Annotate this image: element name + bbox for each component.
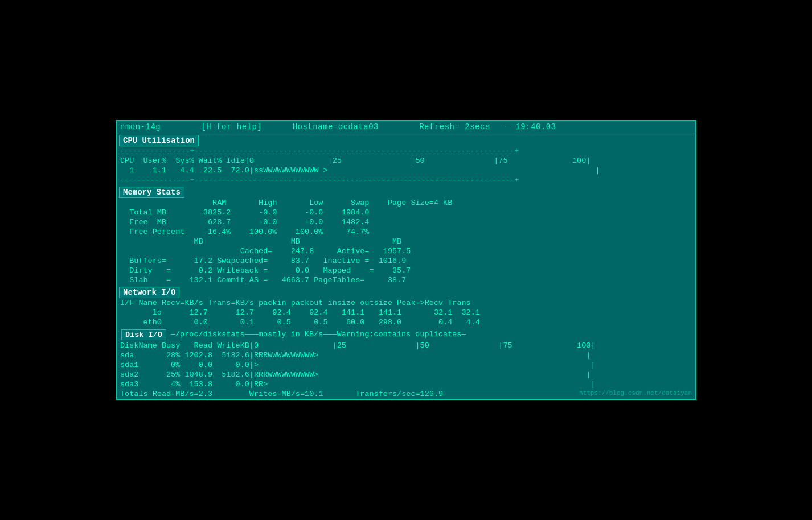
disk-row: sda3 4% 153.8 0.0|RR> | <box>117 379 695 389</box>
cpu-divider-top: ----------------+-----------------------… <box>117 146 695 156</box>
memory-row: Buffers= 17.2 Swapcached= 83.7 Inactive … <box>117 256 695 266</box>
memory-row: Total MB 3825.2 -0.0 -0.0 1984.0 <box>117 208 695 217</box>
memory-header: Memory Stats <box>119 187 184 198</box>
disk-row: sda1 0% 0.0 0.0|> | <box>117 360 695 370</box>
memory-row: Free Percent 16.4% 100.0% 100.0% 74.7% <box>117 227 695 237</box>
cpu-col-header: CPU User% Sys% Wait% Idle|0 |25 |50 |75 … <box>117 156 695 166</box>
network-header: Network I/O <box>119 287 179 298</box>
memory-section: Memory Stats RAM High Low Swap Page Size… <box>117 185 695 285</box>
network-section: Network I/O I/F Name Recv=KB/s Trans=KB/… <box>117 285 695 327</box>
terminal-window: nmon-14g [H for help] Hostname=ocdata03 … <box>116 120 696 400</box>
disk-header: Disk I/O <box>121 329 166 340</box>
memory-row: Slab = 132.1 Commit_AS = 4663.7 PageTabl… <box>117 275 695 285</box>
network-rows: I/F Name Recv=KB/s Trans=KB/s packin pac… <box>117 298 695 327</box>
memory-row: Cached= 247.8 Active= 1957.5 <box>117 246 695 256</box>
disk-row: sda2 25% 1048.9 5182.6|RRRWWWWWWWWWW> | <box>117 370 695 379</box>
cpu-header: CPU Utilisation <box>119 135 199 146</box>
network-row: eth0 0.0 0.1 0.5 0.5 60.0 298.0 0.4 4.4 <box>117 317 695 327</box>
network-row: lo 12.7 12.7 92.4 92.4 141.1 141.1 32.1 … <box>117 308 695 317</box>
memory-row: RAM High Low Swap Page Size=4 KB <box>117 198 695 208</box>
disk-title-row: Disk I/O —/proc/diskstats———mostly in KB… <box>117 327 695 341</box>
disk-title-suffix: —/proc/diskstats———mostly in KB/s———Warn… <box>166 330 466 339</box>
memory-row: Dirty = 0.2 Writeback = 0.0 Mapped = 35.… <box>117 266 695 275</box>
watermark: https://blog.csdn.net/dataiyan <box>579 390 692 397</box>
disk-row: DiskName Busy Read WriteKB|0 |25 |50 |75… <box>117 341 695 350</box>
memory-rows: RAM High Low Swap Page Size=4 KB Total M… <box>117 198 695 285</box>
title-bar: nmon-14g [H for help] Hostname=ocdata03 … <box>117 121 695 133</box>
disk-row: sda 28% 1202.8 5182.6|RRRWWWWWWWWWW> | <box>117 350 695 360</box>
memory-row: MB MB MB <box>117 237 695 246</box>
memory-row: Free MB 628.7 -0.0 -0.0 1482.4 <box>117 217 695 227</box>
cpu-section: CPU Utilisation ----------------+-------… <box>117 133 695 185</box>
cpu-row1: 1 1.1 4.4 22.5 72.0|ssWWWWWWWWWWWW > | <box>117 166 695 175</box>
cpu-divider-bot: ----------------+-----------------------… <box>117 175 695 185</box>
network-row: I/F Name Recv=KB/s Trans=KB/s packin pac… <box>117 298 695 308</box>
disk-section: Disk I/O —/proc/diskstats———mostly in KB… <box>117 327 695 399</box>
